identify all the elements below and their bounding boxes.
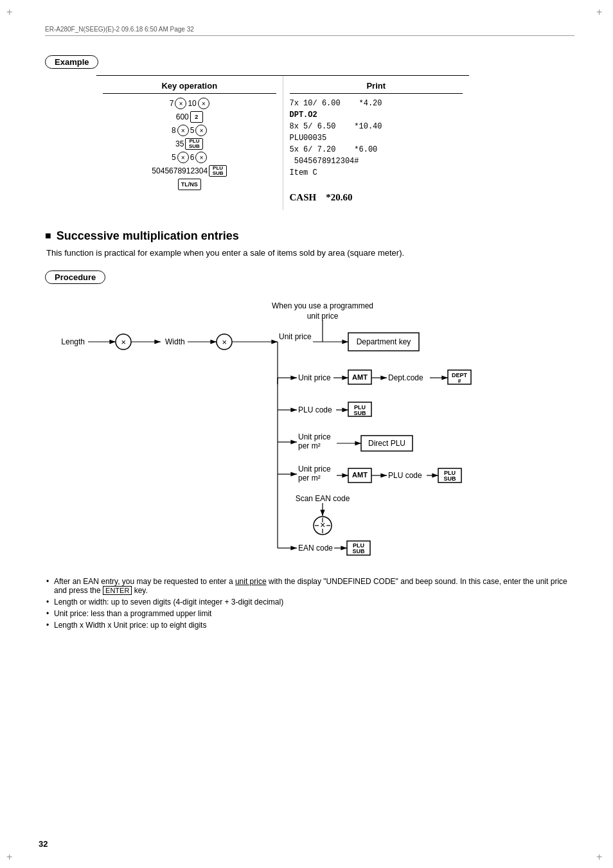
reg-mark-tl <box>6 6 17 17</box>
print-line-3: 8x 5/ 6.50 *10.40 <box>290 121 463 132</box>
note-4: Length x Width x Unit price: up to eight… <box>45 621 574 630</box>
svg-text:PLU code: PLU code <box>298 405 332 414</box>
keyop-row-4: 35 PLUSUB <box>103 138 276 150</box>
num8: 8 <box>172 126 176 135</box>
reg-mark-bl <box>6 851 17 862</box>
notes-section: After an EAN entry, you may be requested… <box>45 577 574 630</box>
procedure-label: Procedure <box>45 270 105 284</box>
svg-text:Unit price: Unit price <box>298 373 331 382</box>
svg-text:Department key: Department key <box>357 337 411 346</box>
diagram-svg: When you use a programmed unit price Len… <box>45 294 574 564</box>
svg-text:#: # <box>458 378 461 384</box>
keyop-row-7: TL/NS <box>103 179 276 190</box>
svg-text:per m²: per m² <box>298 441 321 450</box>
svg-text:Unit price: Unit price <box>279 332 312 341</box>
mult-key-4: × <box>195 125 207 136</box>
num600: 600 <box>176 112 189 121</box>
svg-text:When you use a programmed: When you use a programmed <box>272 301 373 310</box>
section-desc: This function is practical for example w… <box>46 248 574 258</box>
section-heading: Successive multiplication entries <box>45 229 574 243</box>
svg-text:PLU code: PLU code <box>388 471 422 480</box>
note-2: Length or width: up to seven digits (4-d… <box>45 598 574 607</box>
mult-key-1: × <box>175 98 186 109</box>
num35: 35 <box>175 139 184 148</box>
section-title: Successive multiplication entries <box>57 229 239 243</box>
keyop-row-3: 8 × 5 × <box>103 125 276 136</box>
note-1: After an EAN entry, you may be requested… <box>45 577 574 595</box>
svg-text:AMT: AMT <box>352 373 368 381</box>
key-operation-column: Key operation 7 × 10 × 600 2 8 × 5 <box>96 76 283 210</box>
plusub-key-2: PLUSUB <box>209 165 227 177</box>
svg-text:×: × <box>222 337 227 347</box>
page: ER-A280F_N(SEEG)(E)-2 09.6.18 6:50 AM Pa… <box>0 0 613 868</box>
svg-text:Dept.code: Dept.code <box>388 373 423 382</box>
plusub-key-1: PLUSUB <box>185 138 203 150</box>
print-line-5: 5x 6/ 7.20 *6.00 <box>290 144 463 155</box>
header-line: ER-A280F_N(SEEG)(E)-2 09.6.18 6:50 AM Pa… <box>45 26 574 36</box>
print-line-cash: CASH *20.60 <box>290 190 463 205</box>
print-line-6: 5045678912304# <box>290 155 463 167</box>
num10: 10 <box>188 99 196 108</box>
example-table: Key operation 7 × 10 × 600 2 8 × 5 <box>96 75 469 210</box>
example-section: Example Key operation 7 × 10 × 600 2 <box>45 55 574 210</box>
svg-text:EAN code: EAN code <box>298 544 333 553</box>
reg-mark-tr <box>596 6 607 17</box>
num7: 7 <box>170 99 174 108</box>
diagram-area: When you use a programmed unit price Len… <box>45 294 574 564</box>
svg-text:Scan EAN code: Scan EAN code <box>296 494 350 503</box>
num5b: 5 <box>172 153 176 162</box>
note-3: Unit price: less than a programmed upper… <box>45 609 574 618</box>
svg-text:AMT: AMT <box>352 471 368 479</box>
svg-text:SUB: SUB <box>353 410 366 416</box>
print-line-4: PLU00035 <box>290 132 463 144</box>
svg-text:SUB: SUB <box>352 548 365 554</box>
print-line-2: DPT.O2 <box>290 109 463 121</box>
barcode-num: 5045678912304 <box>152 166 208 175</box>
page-number: 32 <box>39 839 48 849</box>
svg-text:×: × <box>320 520 325 530</box>
mult-key-3: × <box>177 125 189 136</box>
num5: 5 <box>190 126 195 135</box>
mult-key-5: × <box>177 152 189 163</box>
svg-text:per m²: per m² <box>298 474 321 483</box>
svg-text:Unit price: Unit price <box>298 465 331 474</box>
example-label: Example <box>45 55 98 69</box>
keyop-row-2: 600 2 <box>103 111 276 123</box>
print-line-1: 7x 10/ 6.00 *4.20 <box>290 98 463 109</box>
svg-text:Direct PLU: Direct PLU <box>368 439 405 448</box>
mult-key-2: × <box>198 98 209 109</box>
num6: 6 <box>190 153 195 162</box>
print-header: Print <box>290 81 463 94</box>
svg-text:Length: Length <box>61 337 85 346</box>
mult-key-6: × <box>195 152 207 163</box>
print-column: Print 7x 10/ 6.00 *4.20 DPT.O2 8x 5/ 6.5… <box>283 76 470 210</box>
svg-text:×: × <box>121 337 126 347</box>
key-2: 2 <box>190 111 203 123</box>
keyop-header: Key operation <box>103 81 276 94</box>
print-content: 7x 10/ 6.00 *4.20 DPT.O2 8x 5/ 6.50 *10.… <box>290 98 463 205</box>
reg-mark-br <box>596 851 607 862</box>
keyop-row-5: 5 × 6 × <box>103 152 276 163</box>
print-line-8 <box>290 179 463 190</box>
svg-text:Unit price: Unit price <box>298 432 331 441</box>
svg-text:Width: Width <box>165 337 185 346</box>
svg-text:unit price: unit price <box>307 312 339 321</box>
keyop-row-1: 7 × 10 × <box>103 98 276 109</box>
header-text: ER-A280F_N(SEEG)(E)-2 09.6.18 6:50 AM Pa… <box>45 26 194 33</box>
tlns-key: TL/NS <box>178 179 201 190</box>
print-line-7: Item C <box>290 167 463 179</box>
keyop-row-6: 5045678912304 PLUSUB <box>103 165 276 177</box>
svg-text:SUB: SUB <box>443 475 456 482</box>
